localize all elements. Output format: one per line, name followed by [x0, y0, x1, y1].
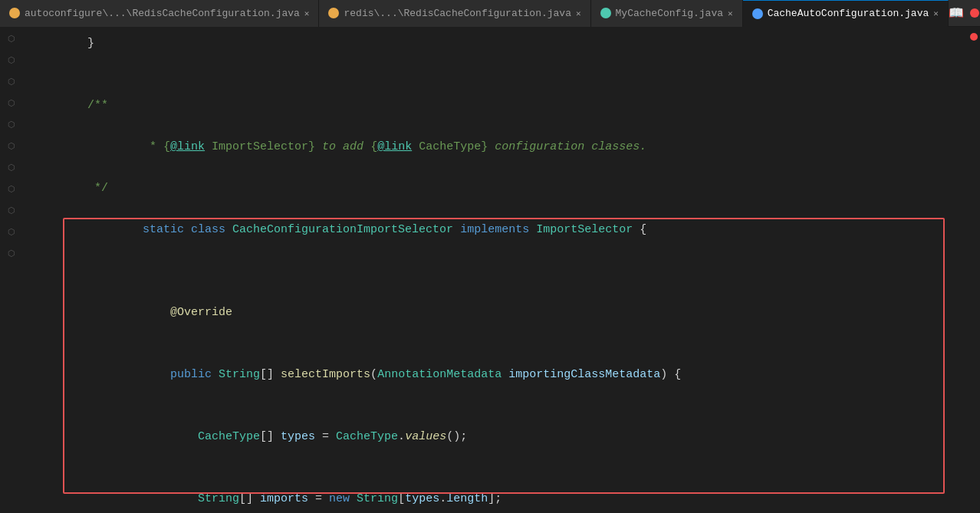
code-line-1: }	[31, 33, 965, 54]
tab-3-icon	[600, 8, 611, 18]
gutter-icon-2: ⬡	[6, 54, 17, 65]
gutter-icon-10: ⬡	[6, 226, 17, 237]
gutter-icon-6: ⬡	[6, 140, 17, 151]
gutter-icon-3: ⬡	[6, 76, 17, 87]
code-line-class: static class CacheConfigurationImportSel…	[31, 199, 965, 261]
right-margin	[965, 27, 980, 513]
tab-2[interactable]: redis\...\RedisCacheConfiguration.java ✕	[319, 0, 590, 27]
line-content-j1: /**	[60, 95, 965, 116]
code-line-javadoc-start: /**	[31, 95, 965, 116]
code-line-empty-2	[31, 74, 965, 95]
line-content-j2: * {@link ImportSelector} to add {@link C…	[60, 116, 965, 178]
line-content-e2	[60, 74, 965, 95]
line-content-ms: public String[] selectImports(Annotation…	[60, 344, 965, 406]
error-badge: 4	[970, 8, 980, 19]
tab-2-close[interactable]: ✕	[576, 8, 581, 18]
gutter-icon-5: ⬡	[6, 119, 17, 130]
tab-4-icon	[752, 8, 763, 19]
line-content-e3	[60, 261, 965, 281]
left-gutter: ⬡ ⬡ ⬡ ⬡ ⬡ ⬡ ⬡ ⬡ ⬡ ⬡ ⬡	[0, 27, 23, 513]
code-line-javadoc-content: * {@link ImportSelector} to add {@link C…	[31, 116, 965, 178]
tab-2-label: redis\...\RedisCacheConfiguration.java	[344, 8, 571, 19]
code-line-method-sig: public String[] selectImports(Annotation…	[31, 344, 965, 406]
tab-1-icon	[9, 8, 20, 18]
code-line-override: @Override	[31, 281, 965, 344]
tab-4-label: CacheAutoConfiguration.java	[768, 8, 929, 19]
line-content-e1	[60, 54, 965, 74]
code-line-cachetype: CacheType[] types = CacheType.values();	[31, 406, 965, 468]
editor-container: ⬡ ⬡ ⬡ ⬡ ⬡ ⬡ ⬡ ⬡ ⬡ ⬡ ⬡ }	[0, 27, 980, 513]
code-area[interactable]: } /** * {@link ImportSelector} to add {@…	[23, 27, 965, 513]
bookmark-icon[interactable]: 📖	[949, 5, 964, 21]
gutter-icon-9: ⬡	[6, 205, 17, 215]
code-line-empty-1	[31, 54, 965, 74]
code-line-empty-3	[31, 261, 965, 281]
tab-4-close[interactable]: ✕	[933, 8, 939, 18]
tab-1[interactable]: autoconfigure\...\RedisCacheConfiguratio…	[0, 0, 319, 27]
line-content-j3: */	[60, 178, 965, 199]
tab-4[interactable]: CacheAutoConfiguration.java ✕	[743, 0, 949, 27]
code-line-string-imports: String[] imports = new String[types.leng…	[31, 468, 965, 513]
tab-1-label: autoconfigure\...\RedisCacheConfiguratio…	[25, 8, 300, 19]
line-content-ov: @Override	[60, 281, 965, 344]
gutter-icon-4: ⬡	[6, 97, 17, 108]
error-circle	[970, 8, 979, 18]
line-content-c1: static class CacheConfigurationImportSel…	[60, 199, 965, 261]
tab-3-label: MyCacheConfig.java	[616, 8, 723, 19]
line-content-1: }	[60, 33, 965, 54]
error-marker-1	[970, 33, 978, 41]
gutter-icon-1: ⬡	[6, 33, 17, 44]
line-content-ct: CacheType[] types = CacheType.values();	[60, 406, 965, 468]
tab-2-icon	[328, 8, 339, 18]
gutter-icon-11: ⬡	[6, 248, 17, 258]
gutter-icon-8: ⬡	[6, 183, 17, 194]
tab-bar: autoconfigure\...\RedisCacheConfiguratio…	[0, 0, 980, 27]
code-line-javadoc-end: */	[31, 178, 965, 199]
toolbar-right: 📖 4 ∧	[949, 5, 980, 21]
line-content-si: String[] imports = new String[types.leng…	[60, 468, 965, 513]
tab-3[interactable]: MyCacheConfig.java ✕	[591, 0, 743, 27]
gutter-icon-7: ⬡	[6, 162, 17, 173]
tab-3-close[interactable]: ✕	[728, 8, 733, 18]
tab-1-close[interactable]: ✕	[304, 8, 310, 18]
